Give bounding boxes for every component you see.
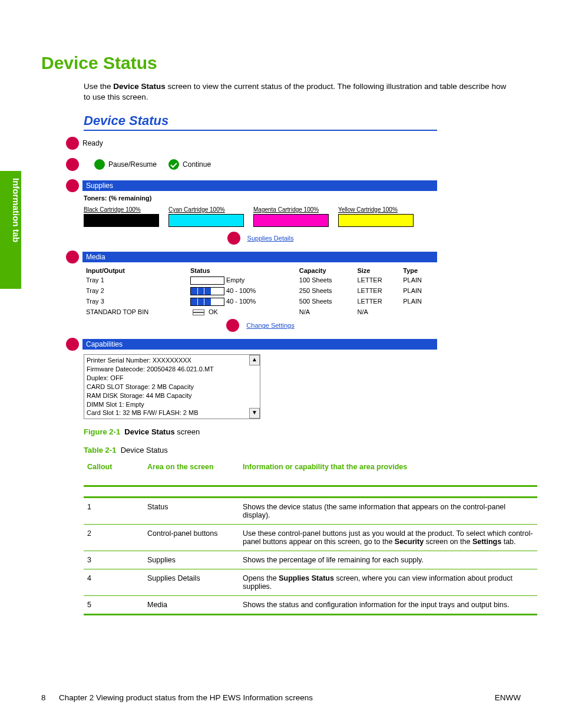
toner-black: Black Cartridge 100% [84,206,159,227]
cap-l1: Printer Serial Number: XXXXXXXXX [87,356,257,365]
media-header-row: Media [66,251,437,263]
media-header-tr: Input/Output Status Capacity Size Type [84,266,437,275]
bin-icon [190,309,207,315]
cap-l5: RAM DISK Storage: 44 MB Capacity [87,391,257,400]
r2i: Use these control-panel buttons just as … [239,525,537,551]
scroll-up-icon[interactable]: ▲ [249,355,260,365]
r2a: Control-panel buttons [144,525,239,551]
supplies-bar: Supplies [82,180,437,191]
m4-io: STANDARD TOP BIN [84,307,188,317]
pause-icon [94,159,105,170]
continue-button[interactable]: Continue [168,159,211,170]
r1i: Shows the device status (the same inform… [239,498,537,525]
m3-ty: PLAIN [401,297,437,307]
m4-status: OK [188,307,297,317]
figure-bold: Device Status [124,427,174,436]
media-table: Input/Output Status Capacity Size Type T… [84,266,437,317]
m3-cap: 500 Sheets [297,297,355,307]
m1-cap: 100 Sheets [297,275,355,286]
figure-caption: Figure 2-1 Device Status screen [84,427,521,436]
footer-chapter: Chapter 2 Viewing product status from th… [59,693,495,702]
media-bar: Media [82,252,437,262]
toners-sub-text: Toners: (% remaining) [84,195,151,202]
r4i-b: Supplies Status [279,574,334,582]
toner-magenta-swatch [253,214,329,227]
m2-st-text: 40 - 100% [226,287,256,294]
supplies-details-link[interactable]: Supplies Details [247,235,294,242]
toner-cyan: Cyan Cartridge 100% [168,206,244,227]
r2i-b1: Security [395,538,424,546]
mh-status: Status [188,266,297,275]
m2-status: 40 - 100% [188,286,297,297]
gauge-fill-icon [190,287,224,295]
table-caption-rest: Device Status [121,446,168,454]
table-caption: Table 2-1 Device Status [84,446,521,454]
mh-type: Type [401,266,437,275]
m1-ty: PLAIN [401,275,437,286]
gauge-fill-icon [190,298,224,306]
callouts-row-3: 3 Supplies Shows the percentage of life … [84,551,537,569]
m1-st-text: Empty [226,276,244,284]
m2-ty: PLAIN [401,286,437,297]
capabilities-header-row: Capabilities [66,338,437,351]
toner-cyan-label: Cyan Cartridge 100% [168,206,244,213]
cap-l7: Card Slot 1: 32 MB F/W/ FLASH: 2 MB [87,409,257,417]
page: Information tab Device Status Use the De… [0,0,562,728]
toner-cyan-swatch [168,214,244,227]
table-top-rule [84,476,537,486]
callouts-row-4: 4 Supplies Details Opens the Supplies St… [84,569,537,596]
media-row-1: Tray 1 Empty 100 Sheets LETTER PLAIN [84,275,437,286]
media-row-4: STANDARD TOP BIN OK N/A N/A [84,307,437,317]
th-callout: Callout [84,458,144,476]
r3c: 3 [84,551,144,569]
toner-black-swatch [84,214,159,227]
m2-sz: LETTER [355,286,401,297]
callouts-row-1: 1 Status Shows the device status (the sa… [84,498,537,525]
toner-row: Black Cartridge 100% Cyan Cartridge 100%… [84,206,437,227]
toner-yellow: Yellow Cartridge 100% [338,206,414,227]
callout-marker-1 [66,137,79,150]
m4-cap: N/A [297,307,355,317]
pause-label: Pause/Resume [108,160,157,169]
th-area: Area on the screen [144,458,239,476]
callout-marker-2 [66,158,79,171]
media-row-3: Tray 3 40 - 100% 500 Sheets LETTER PLAIN [84,297,437,307]
callouts-table: Callout Area on the screen Information o… [84,458,537,615]
callouts-head-row: Callout Area on the screen Information o… [84,458,537,476]
pause-resume-button[interactable]: Pause/Resume [94,159,157,170]
m1-io: Tray 1 [84,275,188,286]
intro-pre: Use the [84,82,113,91]
supplies-header-row: Supplies [66,179,437,192]
table-number: Table 2-1 [84,446,116,454]
change-settings-link[interactable]: Change Settings [246,322,294,329]
figure-screenshot: Device Status Ready Pause/Resume Continu… [84,113,437,419]
m4-sz: N/A [355,307,401,317]
r4c: 4 [84,569,144,596]
r4i: Opens the Supplies Status screen, where … [239,569,537,596]
r5a: Media [144,596,239,615]
r5i: Shows the status and configuration infor… [239,596,537,615]
toner-yellow-swatch [338,214,414,227]
change-settings-row: Change Settings [84,319,437,332]
table-head-rule [84,486,537,498]
toner-magenta-label: Magenta Cartridge 100% [253,206,329,213]
r3a: Supplies [144,551,239,569]
callouts-row-5: 5 Media Shows the status and configurati… [84,596,537,615]
gauge-empty-icon [190,276,224,285]
mh-size: Size [355,266,401,275]
callout-marker-6 [226,319,239,332]
page-number: 8 [41,693,59,702]
scroll-down-icon[interactable]: ▼ [249,408,260,419]
r1c: 1 [84,498,144,525]
footer-right: ENWW [495,693,521,702]
m4-st-text: OK [209,308,218,315]
page-title: Device Status [41,53,521,73]
callout-marker-4 [227,232,240,245]
footer: 8 Chapter 2 Viewing product status from … [41,693,521,702]
th-info: Information or capability that the area … [239,458,537,476]
status-row: Ready [66,137,437,150]
m2-cap: 250 Sheets [297,286,355,297]
figure-rest: screen [175,427,200,436]
ds-title: Device Status [84,113,437,131]
m3-sz: LETTER [355,297,401,307]
